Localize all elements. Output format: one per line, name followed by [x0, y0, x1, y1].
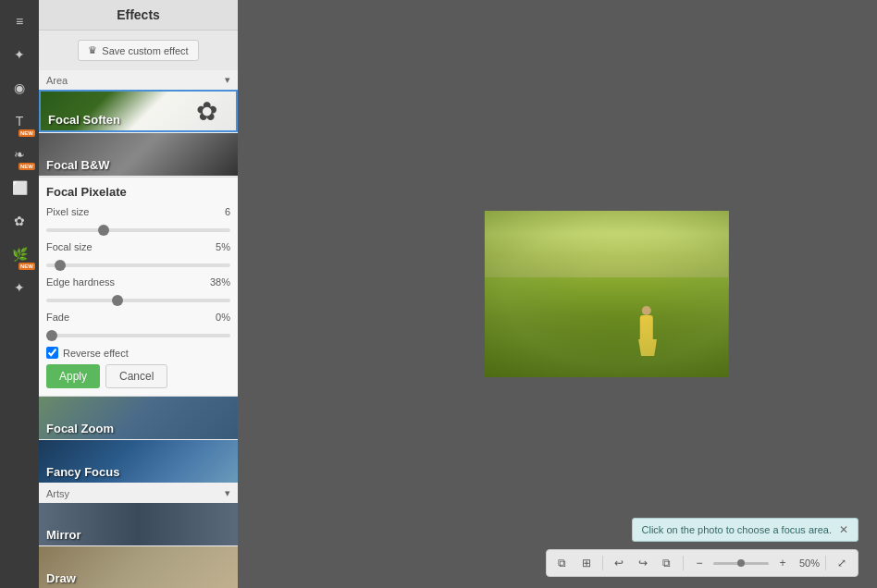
undo-icon[interactable]: ↩: [609, 553, 629, 573]
focal-pixelate-panel: Focal Pixelate Pixel size 6 Focal size 5…: [39, 177, 238, 397]
fade-row: Fade 0%: [46, 312, 230, 341]
focal-size-row: Focal size 5%: [46, 241, 230, 271]
tooltip-message: Click on the photo to choose a focus are…: [642, 524, 832, 535]
photo-blur-overlay: [484, 211, 728, 377]
draw-thumb[interactable]: Draw: [39, 546, 238, 588]
toolbar-texture-icon[interactable]: ✿: [6, 207, 33, 235]
grid-icon[interactable]: ⊞: [576, 553, 597, 573]
tooltip-close-button[interactable]: ✕: [839, 523, 848, 536]
effects-panel-title: Effects: [39, 0, 238, 31]
toolbar-separator-2: [683, 556, 684, 570]
pixel-size-slider[interactable]: [46, 228, 230, 232]
toolbar-separator-3: [825, 556, 826, 570]
zoom-value: 50%: [799, 557, 820, 569]
area-section-header: Area ▾: [39, 70, 238, 90]
focal-pixelate-title: Focal Pixelate: [46, 185, 230, 199]
new-badge-3: NEW: [19, 263, 35, 270]
left-toolbar: ≡ ✦ ◉ T NEW ❧ NEW ⬜ ✿ 🌿 NEW ✦: [0, 0, 39, 588]
draw-label: Draw: [46, 571, 76, 585]
new-badge: NEW: [19, 129, 35, 137]
fade-slider[interactable]: [46, 334, 230, 337]
copy-icon[interactable]: ⧉: [657, 553, 677, 573]
toolbar-sliders-icon[interactable]: ≡: [6, 7, 33, 35]
tooltip-bar: Click on the photo to choose a focus are…: [632, 518, 858, 542]
new-badge-2: NEW: [19, 163, 35, 170]
focal-zoom-label: Focal Zoom: [46, 422, 114, 435]
artsy-dropdown-icon[interactable]: ▾: [225, 487, 230, 499]
toolbar-separator-1: [602, 556, 603, 570]
artsy-section-header: Artsy ▾: [39, 484, 238, 503]
cancel-button[interactable]: Cancel: [105, 364, 167, 388]
reverse-effect-label: Reverse effect: [63, 348, 129, 359]
mirror-label: Mirror: [46, 528, 81, 542]
focal-size-slider[interactable]: [46, 263, 230, 267]
focal-soften-label: Focal Soften: [48, 113, 120, 127]
reverse-effect-checkbox[interactable]: [46, 347, 58, 359]
toolbar-extra-icon[interactable]: ✦: [6, 274, 33, 301]
focal-soften-thumb[interactable]: Focal Soften ✿: [39, 90, 238, 132]
bottom-toolbar: ⧉ ⊞ ↩ ↪ ⧉ − + 50% ⤢: [546, 549, 858, 577]
edge-hardness-row: Edge hardness 38%: [46, 276, 230, 306]
zoom-thumb: [737, 559, 745, 567]
toolbar-text-icon[interactable]: T NEW: [6, 107, 33, 135]
zoom-slider[interactable]: [713, 562, 769, 565]
area-dropdown-icon[interactable]: ▾: [225, 74, 230, 86]
toolbar-magic-icon[interactable]: ✦: [6, 41, 33, 68]
zoom-plus-icon[interactable]: +: [772, 553, 793, 573]
toolbar-leaf-icon[interactable]: ❧ NEW: [6, 141, 33, 168]
apply-button[interactable]: Apply: [46, 364, 100, 388]
main-canvas-area[interactable]: Click on the photo to choose a focus are…: [238, 0, 877, 588]
reverse-effect-row: Reverse effect: [46, 347, 230, 359]
expand-icon[interactable]: ⤢: [832, 553, 852, 573]
effects-panel: Effects ♛ Save custom effect Area ▾ Foca…: [39, 0, 238, 588]
photo-container[interactable]: [484, 211, 728, 377]
toolbar-effects-icon[interactable]: 🌿 NEW: [6, 240, 33, 268]
mirror-thumb[interactable]: Mirror: [39, 503, 238, 545]
focal-bw-thumb[interactable]: Focal B&W: [39, 133, 238, 176]
flower-decoration: ✿: [196, 96, 217, 127]
focal-zoom-thumb[interactable]: Focal Zoom: [39, 397, 238, 439]
toolbar-retouch-icon[interactable]: ◉: [6, 74, 33, 102]
action-buttons-row: Apply Cancel: [46, 364, 230, 388]
focal-bw-label: Focal B&W: [46, 158, 110, 172]
fancy-focus-thumb[interactable]: Fancy Focus: [39, 440, 238, 483]
layers-icon[interactable]: ⧉: [552, 553, 573, 573]
crown-icon: ♛: [88, 44, 97, 56]
pixel-size-row: Pixel size 6: [46, 206, 230, 236]
photo-scene: [484, 211, 728, 377]
photo-display[interactable]: [484, 211, 728, 377]
edge-hardness-slider[interactable]: [46, 299, 230, 302]
redo-icon[interactable]: ↪: [633, 553, 653, 573]
zoom-minus-icon[interactable]: −: [689, 553, 710, 573]
effects-scroll-area[interactable]: Area ▾ Focal Soften ✿ Focal B&W Focal Pi…: [39, 70, 238, 588]
fancy-focus-label: Fancy Focus: [46, 465, 119, 479]
toolbar-frame-icon[interactable]: ⬜: [6, 174, 33, 202]
save-custom-button[interactable]: ♛ Save custom effect: [78, 40, 198, 61]
